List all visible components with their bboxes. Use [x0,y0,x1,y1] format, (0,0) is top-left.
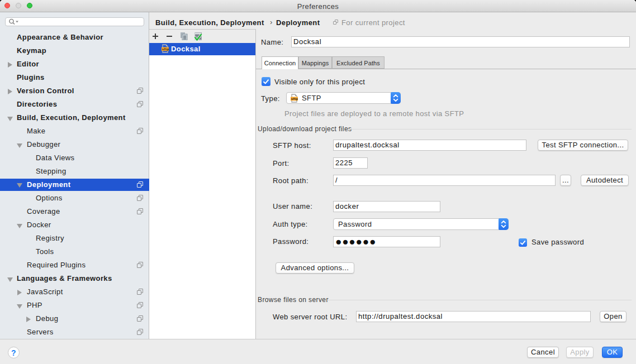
svg-text:sftp: sftp [162,47,169,51]
svg-text:sftp: sftp [291,97,298,100]
